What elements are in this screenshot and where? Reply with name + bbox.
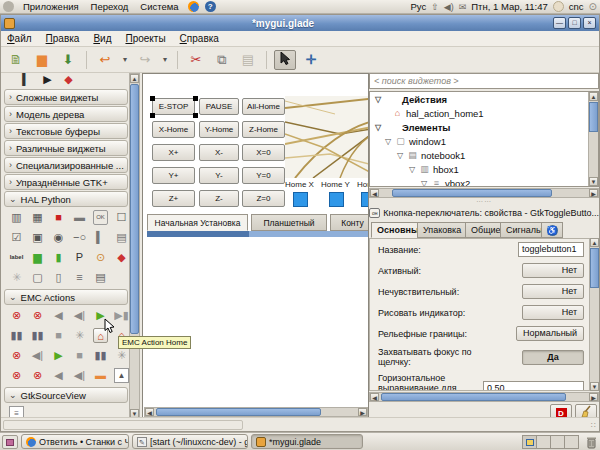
design-button-yminus[interactable]: Y-: [199, 167, 239, 184]
emc-pause-3-icon[interactable]: ▮▮: [93, 348, 108, 363]
properties-vscrollbar-thumb[interactable]: [590, 248, 599, 288]
hal-toggle-icon[interactable]: −○: [72, 230, 87, 245]
panel-menu-places[interactable]: Переход: [88, 1, 132, 12]
properties-vscrollbar[interactable]: ▲ ▼: [589, 238, 599, 391]
tree-hscrollbar-thumb[interactable]: [392, 189, 552, 197]
workspace-3[interactable]: [550, 435, 565, 449]
expander-icon[interactable]: ▽: [374, 123, 382, 132]
design-button-estop[interactable]: E-STOP: [152, 98, 195, 115]
menu-view[interactable]: Вид: [93, 33, 111, 44]
hal-textview-icon[interactable]: ≡: [72, 270, 87, 285]
section-misc-widgets[interactable]: Различные виджеты: [4, 140, 128, 156]
drag-resize-icon[interactable]: ✛: [300, 50, 322, 70]
menu-edit[interactable]: Правка: [46, 33, 80, 44]
design-canvas[interactable]: E-STOP PAUSE All-Home X-Home Y-Home Z-Ho…: [142, 73, 369, 419]
properties-hscrollbar-thumb[interactable]: [381, 393, 566, 401]
open-file-icon[interactable]: ▆: [31, 50, 53, 70]
tree-row-hal-action-home1[interactable]: ⌂ hal_action_home1: [370, 106, 598, 120]
section-hal-python[interactable]: HAL Python: [4, 191, 128, 207]
section-text-buffers[interactable]: Текстовые буферы: [4, 123, 128, 139]
spin-up-icon[interactable]: ▲: [114, 368, 129, 383]
arrow-tool-icon[interactable]: ▶: [40, 73, 55, 87]
widget-search-input[interactable]: < поиск виджетов >: [369, 73, 599, 89]
firefox-launcher-icon[interactable]: [188, 1, 199, 12]
emc-spindle-2-icon[interactable]: ✳: [114, 348, 129, 363]
mail-icon[interactable]: ✉: [459, 2, 467, 12]
redo-icon[interactable]: ↪: [134, 50, 156, 70]
menu-projects[interactable]: Проекты: [125, 33, 165, 44]
design-led-y[interactable]: [329, 192, 344, 207]
hal-frame-icon[interactable]: ▢: [30, 270, 45, 285]
tree-row-hbox1[interactable]: ▽ ▥ hbox1: [370, 162, 598, 176]
menu-help[interactable]: Справка: [180, 33, 219, 44]
section-emc-actions[interactable]: EMC Actions: [4, 289, 128, 305]
save-icon[interactable]: ⬇: [57, 50, 79, 70]
emc-speaker-2-icon[interactable]: ◀: [51, 368, 66, 383]
design-button-pause[interactable]: PAUSE: [199, 98, 239, 115]
undo-icon[interactable]: ↩: [94, 50, 116, 70]
tree-vscrollbar-thumb[interactable]: [589, 102, 598, 132]
selection-handle[interactable]: [150, 96, 155, 101]
hal-ok-button-icon[interactable]: OK: [93, 210, 108, 225]
maximize-button[interactable]: □: [568, 17, 581, 29]
hal-colorbox-icon[interactable]: ■: [51, 210, 66, 225]
expander-icon[interactable]: ▽: [408, 165, 416, 174]
hal-label-icon[interactable]: label: [9, 250, 24, 265]
prop-insensitive-toggle[interactable]: Нет: [522, 284, 584, 299]
task-editor[interactable]: ✎ [start (~/linuxcnc-dev) - g...: [132, 434, 248, 449]
design-button-xplus[interactable]: X+: [152, 144, 195, 161]
widget-tree[interactable]: ▽ Действия ⌂ hal_action_home1 ▽ Элементы…: [369, 91, 599, 187]
design-button-yzero[interactable]: Y=0: [242, 167, 285, 184]
hal-table-icon[interactable]: ▦: [30, 210, 45, 225]
hal-checkbutton-icon[interactable]: ☑: [9, 230, 24, 245]
hal-vbar-icon[interactable]: ▮: [51, 250, 66, 265]
titlebar[interactable]: *mygui.glade — □ ×: [1, 15, 599, 31]
hal-list-icon[interactable]: ▤: [93, 270, 108, 285]
section-complex-widgets[interactable]: Сложные виджеты: [4, 89, 128, 105]
tree-hscrollbar[interactable]: ◀ ▶: [369, 188, 599, 198]
tree-row-elements[interactable]: ▽ Элементы: [370, 120, 598, 134]
shutdown-icon[interactable]: ⊙: [589, 1, 597, 12]
tree-row-actions[interactable]: ▽ Действия: [370, 92, 598, 106]
emc-stop-icon[interactable]: ■: [51, 328, 66, 343]
hal-vbox-icon[interactable]: ▥: [9, 210, 24, 225]
cut-icon[interactable]: ✂: [185, 50, 207, 70]
user-avatar[interactable]: [553, 1, 564, 12]
emc-spindle-icon[interactable]: ✳: [72, 328, 87, 343]
volume-icon[interactable]: ◀): [444, 2, 454, 12]
hal-progress-icon[interactable]: ▤: [114, 230, 129, 245]
hal-jogwheel-icon[interactable]: P: [72, 250, 87, 265]
selection-handle[interactable]: [193, 96, 198, 101]
section-specialized[interactable]: Специализированные ...: [4, 157, 128, 173]
design-led-x[interactable]: [293, 192, 308, 207]
emc-pause-icon[interactable]: ▮▮: [9, 328, 24, 343]
copy-icon[interactable]: ⧉: [211, 50, 233, 70]
properties-hscrollbar[interactable]: ◀ ▶: [369, 392, 599, 402]
emc-estop-icon[interactable]: ⊗: [9, 308, 24, 323]
prop-relief-select[interactable]: Нормальный: [516, 326, 584, 341]
canvas-hscrollbar[interactable]: ◀ ▶: [144, 407, 368, 417]
emc-plug-icon[interactable]: ◀|: [72, 308, 87, 323]
emc-plug-3-icon[interactable]: ◀|: [72, 368, 87, 383]
canvas-hscrollbar-thumb[interactable]: [156, 408, 321, 416]
design-button-zminus[interactable]: Z-: [199, 190, 239, 207]
task-glade[interactable]: *mygui.glade: [251, 434, 363, 449]
emc-estop-2-icon[interactable]: ⊗: [30, 308, 45, 323]
prop-focus-toggle[interactable]: Да: [522, 350, 584, 365]
hal-vscale-icon[interactable]: ▍: [93, 230, 108, 245]
help-launcher-icon[interactable]: ?: [205, 1, 216, 12]
task-firefox[interactable]: Ответить • Станки с ЧП...: [21, 434, 129, 449]
emc-estop-4-icon[interactable]: ⊗: [9, 368, 24, 383]
show-desktop-button[interactable]: [2, 435, 18, 449]
menu-file[interactable]: Файл: [7, 33, 32, 44]
hal-glade-custom-icon[interactable]: ◆: [114, 250, 129, 265]
design-tab-planshet[interactable]: Планшетный: [251, 214, 327, 231]
hal-meter-icon[interactable]: ⊙: [93, 250, 108, 265]
prop-name-entry[interactable]: togglebutton1: [518, 242, 584, 257]
new-file-icon[interactable]: 🗎: [5, 50, 27, 70]
layout-flag-icon[interactable]: ⇧: [431, 2, 439, 12]
hal-check-entry-icon[interactable]: ☐: [114, 210, 129, 225]
emc-pause-2-icon[interactable]: ▮▮: [30, 328, 45, 343]
workspace-1[interactable]: [522, 435, 537, 449]
hal-hbar-icon[interactable]: ▆: [30, 250, 45, 265]
